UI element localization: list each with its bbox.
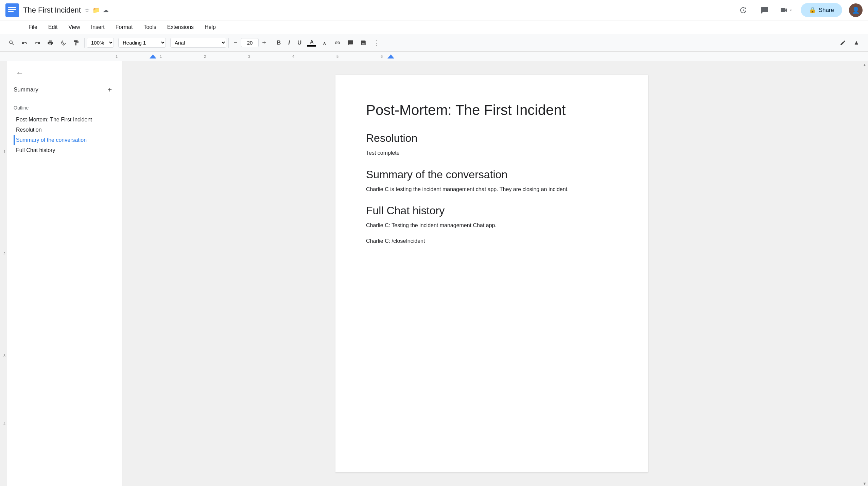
section-chat-line2: Charlie C: /closeIncident	[366, 237, 618, 246]
svg-text:1: 1	[116, 54, 118, 58]
sidebar: ← Summary + Outline Post-Mortem: The Fir…	[7, 61, 122, 486]
section-chat-heading: Full Chat history	[366, 204, 618, 217]
edit-mode-btn[interactable]	[837, 37, 849, 49]
share-button[interactable]: 🔒 Share	[801, 3, 842, 17]
outline-item-summary[interactable]: Summary of the conversation	[14, 135, 115, 145]
outline-label: Outline	[14, 105, 115, 111]
toolbar: 100% 75% 125% Heading 1 Normal text Head…	[0, 34, 868, 52]
right-margin	[387, 54, 394, 58]
scroll-chevron-up[interactable]: ▲	[863, 63, 867, 67]
share-label: Share	[819, 7, 834, 14]
star-icon[interactable]: ☆	[84, 6, 90, 14]
back-button[interactable]: ←	[14, 67, 26, 79]
svg-text:3: 3	[248, 54, 250, 58]
ruler: 1 1 2 3 4 5 6	[0, 52, 868, 61]
lock-icon: 🔒	[809, 6, 816, 14]
ruler-svg: 1 1 2 3 4 5 6	[116, 52, 428, 61]
sidebar-divider	[14, 98, 115, 98]
section-resolution-body: Test complete	[366, 149, 618, 157]
left-margin: 1 2 3 4	[0, 61, 7, 486]
menu-tools[interactable]: Tools	[139, 23, 161, 32]
svg-rect-1	[8, 7, 16, 8]
spellcheck-btn[interactable]	[57, 37, 69, 49]
svg-text:2: 2	[204, 54, 206, 58]
title-bar: The First Incident ☆ 📁 ☁ 🔒 Share 👤	[0, 0, 868, 20]
toolbar-right: ▲	[837, 37, 863, 49]
font-size-increase-btn[interactable]: +	[259, 38, 269, 48]
chevron-up-btn[interactable]: ▲	[850, 37, 863, 49]
main-layout: 1 2 3 4 ← Summary + Outline Post-Mortem:…	[0, 61, 868, 486]
italic-btn[interactable]: I	[285, 37, 293, 49]
image-btn[interactable]	[357, 37, 369, 49]
text-color-btn[interactable]: A	[306, 37, 318, 49]
menu-format[interactable]: Format	[111, 23, 138, 32]
search-toolbar-btn[interactable]	[5, 37, 18, 49]
doc-main-title: Post-Mortem: The First Incident	[366, 102, 618, 118]
paint-format-btn[interactable]	[70, 37, 82, 49]
sep5	[271, 38, 271, 48]
sep3	[168, 38, 168, 48]
font-select[interactable]: Arial Times New Roman Courier New	[170, 38, 226, 48]
tab-stop	[150, 54, 156, 58]
svg-text:6: 6	[381, 54, 383, 58]
outline-item-chat[interactable]: Full Chat history	[14, 145, 115, 155]
link-btn[interactable]	[331, 37, 344, 49]
highlight-btn[interactable]	[318, 37, 331, 49]
sidebar-summary-label: Summary	[14, 86, 38, 93]
comment-btn[interactable]	[344, 37, 357, 49]
comments-icon[interactable]	[757, 3, 772, 18]
underline-btn[interactable]: U	[294, 37, 305, 49]
svg-rect-3	[8, 11, 14, 12]
document-area[interactable]: Post-Mortem: The First Incident Resoluti…	[122, 61, 861, 486]
undo-btn[interactable]	[18, 37, 31, 49]
title-right: 🔒 Share 👤	[735, 3, 863, 18]
menu-view[interactable]: View	[64, 23, 85, 32]
section-summary-body: Charlie C is testing the incident manage…	[366, 185, 618, 194]
avatar[interactable]: 👤	[849, 3, 863, 17]
margin-num-4: 4	[3, 422, 5, 426]
svg-text:5: 5	[336, 54, 338, 58]
text-color-indicator	[307, 45, 316, 47]
svg-text:4: 4	[292, 54, 294, 58]
menu-file[interactable]: File	[24, 23, 42, 32]
outline-item-resolution[interactable]: Resolution	[14, 125, 115, 135]
margin-num-2: 2	[3, 252, 5, 256]
redo-btn[interactable]	[31, 37, 44, 49]
svg-text:1: 1	[160, 54, 162, 58]
history-icon[interactable]	[735, 3, 750, 18]
section-resolution-heading: Resolution	[366, 132, 618, 145]
sidebar-header: Summary +	[14, 84, 115, 95]
font-size-decrease-btn[interactable]: −	[231, 38, 240, 48]
menu-insert[interactable]: Insert	[86, 23, 109, 32]
cloud-icon[interactable]: ☁	[103, 6, 109, 14]
sidebar-add-button[interactable]: +	[104, 84, 115, 95]
menu-extensions[interactable]: Extensions	[162, 23, 198, 32]
margin-num-1: 1	[3, 150, 5, 154]
video-call-icon[interactable]	[779, 3, 794, 18]
font-size-input[interactable]: 20	[241, 38, 259, 47]
outline-item-title[interactable]: Post-Mortem: The First Incident	[14, 115, 115, 125]
bold-btn[interactable]: B	[273, 37, 284, 49]
section-summary-heading: Summary of the conversation	[366, 168, 618, 181]
sep4	[228, 38, 229, 48]
more-options-btn[interactable]: ⋮	[370, 37, 382, 49]
app-logo	[5, 3, 19, 17]
style-select[interactable]: Heading 1 Normal text Heading 2 Heading …	[118, 38, 166, 48]
doc-title[interactable]: The First Incident	[23, 6, 81, 15]
sep1	[84, 38, 85, 48]
svg-rect-2	[8, 9, 16, 10]
scroll-chevron-down[interactable]: ▼	[863, 481, 867, 486]
menu-help[interactable]: Help	[200, 23, 221, 32]
sep2	[116, 38, 116, 48]
margin-num-3: 3	[3, 354, 5, 358]
menu-bar: File Edit View Insert Format Tools Exten…	[0, 20, 868, 34]
section-chat-line1: Charlie C: Testing the incident manageme…	[366, 221, 618, 230]
zoom-select[interactable]: 100% 75% 125%	[87, 38, 114, 48]
menu-edit[interactable]: Edit	[44, 23, 63, 32]
print-btn[interactable]	[44, 37, 56, 49]
document-page: Post-Mortem: The First Incident Resoluti…	[335, 75, 648, 472]
folder-icon[interactable]: 📁	[92, 6, 100, 14]
svg-rect-0	[5, 3, 19, 17]
right-panel: ▲ ▼	[861, 61, 868, 486]
